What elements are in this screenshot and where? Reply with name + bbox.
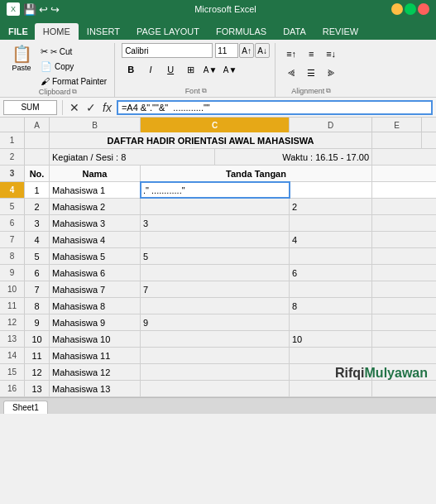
close-button[interactable] bbox=[418, 3, 429, 15]
name-box[interactable] bbox=[3, 100, 57, 115]
align-right-button[interactable]: ⫸ bbox=[322, 65, 340, 81]
cell-9b[interactable]: Mahasiswa 6 bbox=[50, 265, 141, 281]
font-expand-icon[interactable]: ⧉ bbox=[202, 87, 207, 95]
maximize-button[interactable] bbox=[405, 3, 416, 15]
fx-button[interactable]: fx bbox=[101, 101, 113, 114]
cell-10c[interactable]: 7 bbox=[141, 281, 290, 297]
cell-10a[interactable]: 7 bbox=[25, 281, 50, 297]
cell-5d[interactable]: 2 bbox=[290, 199, 372, 214]
font-size-input[interactable] bbox=[215, 43, 238, 58]
cancel-formula-button[interactable]: ✕ bbox=[68, 101, 81, 114]
minimize-button[interactable] bbox=[391, 3, 403, 15]
cell-14c[interactable] bbox=[141, 348, 290, 363]
tab-data[interactable]: DATA bbox=[275, 23, 314, 40]
cell-13d[interactable]: 10 bbox=[290, 331, 372, 347]
cell-12b[interactable]: Mahasiswa 9 bbox=[50, 314, 141, 330]
font-name-input[interactable] bbox=[122, 43, 213, 58]
save-icon[interactable]: 💾 bbox=[23, 3, 36, 16]
cell-8b[interactable]: Mahasiswa 5 bbox=[50, 248, 141, 264]
cell-7a[interactable]: 4 bbox=[25, 232, 50, 247]
cell-4b[interactable]: Mahasiswa 1 bbox=[50, 182, 141, 198]
cell-1e[interactable] bbox=[372, 132, 422, 148]
align-center-button[interactable]: ☰ bbox=[302, 65, 320, 81]
cell-14b[interactable]: Mahasiswa 11 bbox=[50, 348, 141, 363]
cell-13c[interactable] bbox=[141, 331, 290, 347]
border-button[interactable]: ⊞ bbox=[181, 61, 199, 78]
cell-5b[interactable]: Mahasiswa 2 bbox=[50, 199, 141, 214]
cell-11a[interactable]: 8 bbox=[25, 298, 50, 314]
cell-1a[interactable] bbox=[25, 132, 50, 148]
undo-icon[interactable]: ↩ bbox=[39, 3, 48, 16]
underline-button[interactable]: U bbox=[161, 61, 180, 78]
tab-page-layout[interactable]: PAGE LAYOUT bbox=[128, 23, 208, 40]
cell-16d[interactable] bbox=[290, 381, 372, 396]
col-header-d[interactable]: D bbox=[290, 118, 372, 132]
cell-13b[interactable]: Mahasiswa 10 bbox=[50, 331, 141, 347]
redo-icon[interactable]: ↪ bbox=[50, 3, 60, 16]
cell-11c[interactable] bbox=[141, 298, 290, 314]
cell-13a[interactable]: 10 bbox=[25, 331, 50, 347]
tab-file[interactable]: FILE bbox=[2, 23, 35, 40]
clipboard-expand-icon[interactable]: ⧉ bbox=[72, 88, 77, 96]
cell-12d[interactable] bbox=[290, 314, 372, 330]
align-middle-button[interactable]: ≡ bbox=[302, 46, 320, 62]
cell-8a[interactable]: 5 bbox=[25, 248, 50, 264]
cell-12c[interactable]: 9 bbox=[141, 314, 290, 330]
sheet-tab-1[interactable]: Sheet1 bbox=[3, 401, 48, 414]
cell-15b[interactable]: Mahasiswa 12 bbox=[50, 364, 141, 380]
cell-4a[interactable]: 1 bbox=[25, 182, 50, 198]
font-size-decrease-button[interactable]: A↓ bbox=[255, 43, 270, 58]
cell-16a[interactable]: 13 bbox=[25, 381, 50, 396]
cell-6a[interactable]: 3 bbox=[25, 215, 50, 231]
cell-15a[interactable]: 12 bbox=[25, 364, 50, 380]
cell-14d[interactable] bbox=[290, 348, 372, 363]
formula-input[interactable] bbox=[117, 100, 433, 115]
cell-15c[interactable] bbox=[141, 364, 290, 380]
cell-11d[interactable]: 8 bbox=[290, 298, 372, 314]
cell-7c[interactable] bbox=[141, 232, 290, 247]
col-header-e[interactable]: E bbox=[372, 118, 422, 132]
col-header-a[interactable]: A bbox=[25, 118, 50, 132]
cell-4d[interactable] bbox=[290, 182, 372, 198]
cell-10b[interactable]: Mahasiswa 7 bbox=[50, 281, 141, 297]
cell-2a[interactable] bbox=[25, 149, 50, 165]
format-painter-button[interactable]: 🖌 Format Painter bbox=[38, 74, 109, 88]
cut-button[interactable]: ✂ ✂ Cut bbox=[38, 45, 109, 59]
font-color-button[interactable]: A▼ bbox=[221, 61, 239, 78]
cell-5c[interactable] bbox=[141, 199, 290, 214]
tab-insert[interactable]: INSERT bbox=[79, 23, 128, 40]
cell-6c[interactable]: 3 bbox=[141, 215, 290, 231]
paste-button[interactable]: 📋 Paste bbox=[7, 43, 36, 74]
copy-button[interactable]: 📄 Copy bbox=[38, 60, 109, 74]
cell-6b[interactable]: Mahasiswa 3 bbox=[50, 215, 141, 231]
cell-6d[interactable] bbox=[290, 215, 372, 231]
cell-9a[interactable]: 6 bbox=[25, 265, 50, 281]
tab-review[interactable]: REVIEW bbox=[314, 23, 367, 40]
cell-7d[interactable]: 4 bbox=[290, 232, 372, 247]
cell-8d[interactable] bbox=[290, 248, 372, 264]
col-header-c[interactable]: C bbox=[141, 118, 290, 132]
font-size-increase-button[interactable]: A↑ bbox=[239, 43, 254, 58]
cell-9d[interactable]: 6 bbox=[290, 265, 372, 281]
cell-5a[interactable]: 2 bbox=[25, 199, 50, 214]
italic-button[interactable]: I bbox=[141, 61, 160, 78]
cell-8c[interactable]: 5 bbox=[141, 248, 290, 264]
cell-9c[interactable] bbox=[141, 265, 290, 281]
cell-11b[interactable]: Mahasiswa 8 bbox=[50, 298, 141, 314]
align-bottom-button[interactable]: ≡↓ bbox=[322, 46, 340, 62]
cell-16c[interactable] bbox=[141, 381, 290, 396]
cell-14a[interactable]: 11 bbox=[25, 348, 50, 363]
tab-home[interactable]: HOME bbox=[35, 23, 79, 40]
cell-12a[interactable]: 9 bbox=[25, 314, 50, 330]
bold-button[interactable]: B bbox=[122, 61, 140, 78]
alignment-expand-icon[interactable]: ⧉ bbox=[326, 87, 331, 95]
confirm-formula-button[interactable]: ✓ bbox=[84, 101, 98, 114]
col-header-b[interactable]: B bbox=[50, 118, 141, 132]
tab-formulas[interactable]: FORMULAS bbox=[208, 23, 275, 40]
cell-16b[interactable]: Mahasiswa 13 bbox=[50, 381, 141, 396]
fill-color-button[interactable]: A▼ bbox=[201, 61, 219, 78]
align-left-button[interactable]: ⫷ bbox=[282, 65, 300, 81]
cell-10d[interactable] bbox=[290, 281, 372, 297]
cell-4c[interactable]: ." ............" bbox=[141, 182, 290, 198]
cell-7b[interactable]: Mahasiswa 4 bbox=[50, 232, 141, 247]
